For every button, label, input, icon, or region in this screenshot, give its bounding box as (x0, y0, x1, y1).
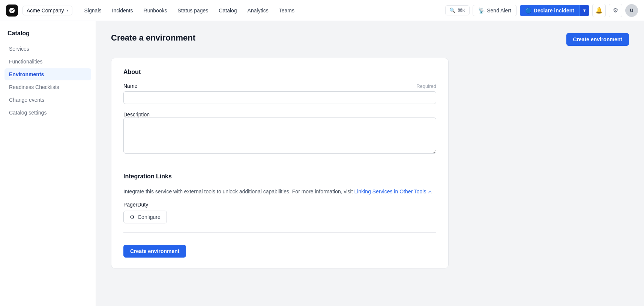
declare-incident-dropdown[interactable]: ▾ (579, 5, 589, 16)
description-textarea[interactable] (123, 118, 436, 154)
sidebar-item-functionalities[interactable]: Functionalities (5, 56, 91, 68)
nav-status-pages[interactable]: Status pages (173, 5, 213, 16)
integration-section-title: Integration Links (123, 173, 436, 180)
page-layout: Catalog Services Functionalities Environ… (0, 21, 644, 306)
nav-runbooks[interactable]: Runbooks (139, 5, 172, 16)
nav-signals[interactable]: Signals (80, 5, 106, 16)
create-environment-button-top[interactable]: Create environment (566, 33, 629, 46)
integration-description: Integrate this service with external too… (123, 187, 436, 196)
search-icon: 🔍 (449, 8, 455, 13)
user-avatar[interactable]: U (625, 4, 638, 17)
declare-incident-group: 🔵 Declare incident ▾ (520, 5, 589, 16)
sidebar-item-change-events[interactable]: Change events (5, 94, 91, 106)
sidebar-title: Catalog (5, 30, 91, 43)
sidebar-item-readiness-checklists[interactable]: Readiness Checklists (5, 81, 91, 93)
linking-services-link[interactable]: Linking Services in Other Tools ↗ (354, 188, 431, 194)
name-label-row: Name Required (123, 83, 436, 89)
notifications-button[interactable]: 🔔 (592, 4, 606, 17)
sidebar: Catalog Services Functionalities Environ… (0, 21, 96, 306)
bell-icon: 🔔 (595, 7, 603, 14)
search-shortcut: ⌘K (458, 8, 466, 13)
nav-teams[interactable]: Teams (275, 5, 299, 16)
company-name: Acme Company (27, 8, 64, 14)
name-label: Name (123, 83, 137, 89)
topnav-right: 🔍 ⌘K 📡 Send Alert 🔵 Declare incident ▾ 🔔… (445, 4, 638, 17)
name-input[interactable] (123, 91, 436, 104)
topnav-links: Signals Incidents Runbooks Status pages … (80, 5, 442, 16)
chevron-down-icon: ▾ (66, 8, 68, 12)
nav-analytics[interactable]: Analytics (243, 5, 273, 16)
section-divider-1 (123, 164, 436, 164)
create-environment-button-bottom[interactable]: Create environment (123, 245, 186, 258)
page-title: Create a environment (111, 33, 195, 43)
external-link-icon: ↗ (428, 190, 431, 194)
section-divider-2 (123, 232, 436, 233)
configure-pagerduty-button[interactable]: ⚙ Configure (123, 211, 167, 223)
send-alert-button[interactable]: 📡 Send Alert (473, 5, 517, 16)
sidebar-item-environments[interactable]: Environments (5, 68, 91, 80)
gear-icon: ⚙ (130, 214, 135, 220)
app-logo (6, 5, 18, 17)
nav-incidents[interactable]: Incidents (108, 5, 138, 16)
description-field: Description (123, 112, 436, 155)
main-header: Create a environment Create environment (111, 33, 629, 46)
gear-icon: ⚙ (613, 7, 618, 14)
settings-button[interactable]: ⚙ (609, 4, 622, 17)
declare-icon: 🔵 (525, 8, 531, 14)
search-button[interactable]: 🔍 ⌘K (445, 5, 470, 15)
sidebar-item-catalog-settings[interactable]: Catalog settings (5, 107, 91, 119)
chevron-down-icon: ▾ (583, 8, 586, 13)
send-alert-icon: 📡 (478, 8, 485, 14)
main-content: Create a environment Create environment … (96, 21, 644, 306)
name-required: Required (416, 83, 436, 89)
topnav: Acme Company ▾ Signals Incidents Runbook… (0, 0, 644, 21)
sidebar-item-services[interactable]: Services (5, 43, 91, 55)
company-selector[interactable]: Acme Company ▾ (23, 6, 72, 15)
nav-catalog[interactable]: Catalog (214, 5, 241, 16)
pagerduty-label: PagerDuty (123, 202, 436, 208)
declare-incident-button[interactable]: 🔵 Declare incident (520, 5, 579, 16)
description-label: Description (123, 112, 150, 118)
name-field: Name Required (123, 83, 436, 104)
about-section-title: About (123, 69, 436, 75)
form-card: About Name Required Description Integrat… (111, 58, 449, 268)
